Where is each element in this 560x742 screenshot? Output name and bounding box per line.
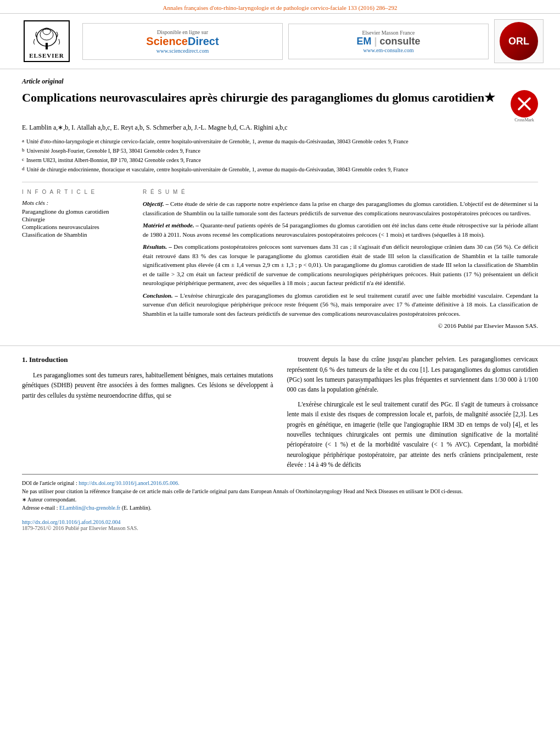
info-article-title: I N F O A R T I C L E	[22, 189, 132, 195]
journal-bar: Annales françaises d'oto-rhino-laryngolo…	[0, 0, 560, 14]
footnote-doi: DOI de l'article original : http://dx.do…	[22, 479, 538, 487]
crossmark-badge	[511, 90, 538, 118]
em-brand: EM | consulte	[294, 36, 483, 47]
resume-col: R É S U M É Objectif. – Cette étude de s…	[143, 189, 538, 329]
resume-copyright: © 2016 Publié par Elsevier Masson SAS.	[143, 322, 538, 329]
body-left-col: 1. Introduction Les paragangliomes sont …	[22, 354, 273, 474]
footnote-corresp: ∗ Auteur correspondant.	[22, 495, 538, 504]
mots-cles-label: Mots clés :	[22, 199, 132, 206]
article-title: Complications neurovasculaires après chi…	[22, 90, 505, 106]
footnote-email-link[interactable]: ELamblin@chu-grenoble.fr	[59, 505, 120, 511]
emconsulte-box: Elsevier Masson France EM | consulte www…	[288, 24, 489, 59]
authors-line: E. Lamblin a,∗,b, I. Atallah a,b,c, E. R…	[22, 122, 538, 133]
resume-conclusion: Conclusion. – L'exérèse chirurgicale des…	[143, 291, 538, 319]
keyword-2: Chirurgie	[22, 216, 132, 222]
sciencedirect-url[interactable]: www.sciencedirect.com	[88, 48, 277, 54]
resume-title: R É S U M É	[143, 189, 538, 195]
info-article-col: I N F O A R T I C L E Mots clés : Paraga…	[22, 189, 132, 329]
affiliations: aUnité d'oto-rhino-laryngologie et chiru…	[22, 137, 538, 174]
footnote-star: Ne pas utiliser pour citation la référen…	[22, 487, 538, 495]
elsevier-masson-label: Elsevier Masson France	[294, 30, 483, 36]
intro-para3: L'exérèse chirurgicale est le seul trait…	[287, 399, 539, 470]
header-logos: ELSEVIER Disponible en ligne sur Science…	[0, 14, 560, 69]
crossmark-label: CrossMark	[511, 118, 538, 122]
resume-materiel: Matériel et méthode. – Quarante-neuf pat…	[143, 221, 538, 239]
orl-circle-icon: ORL	[500, 22, 538, 60]
resume-objectif: Objectif. – Cette étude de série de cas …	[143, 199, 538, 217]
article-content: Article original Complications neurovasc…	[0, 69, 560, 337]
body-section: 1. Introduction Les paragangliomes sont …	[0, 354, 560, 474]
crossmark-area: CrossMark	[511, 90, 538, 122]
intro-para2: trouvent depuis la base du crâne jusqu'a…	[287, 354, 539, 395]
resume-resultats: Résultats. – Des complications postopéra…	[143, 242, 538, 288]
keyword-4: Classification de Shamblin	[22, 231, 132, 238]
elsevier-label: ELSEVIER	[29, 52, 64, 59]
keyword-1: Paraganglione du glomus carotidien	[22, 208, 132, 215]
orl-logo: ORL	[494, 19, 544, 63]
available-online-text: Disponible en ligne sur	[88, 29, 277, 35]
footnote-area: DOI de l'article original : http://dx.do…	[22, 474, 538, 516]
emconsulte-url[interactable]: www.em-consulte.com	[294, 47, 483, 53]
intro-para1: Les paragangliomes sont des tumeurs rare…	[22, 370, 273, 400]
info-resume-section: I N F O A R T I C L E Mots clés : Paraga…	[22, 182, 538, 329]
elsevier-logo: ELSEVIER	[16, 20, 77, 62]
body-right-col: trouvent depuis la base du crâne jusqu'a…	[287, 354, 539, 474]
sciencedirect-brand: ScienceDirect	[88, 35, 277, 48]
footnote-doi-link[interactable]: http://dx.doi.org/10.1016/j.anorl.2016.0…	[79, 480, 180, 486]
keyword-3: Complications neurovasculaires	[22, 224, 132, 230]
bottom-doi[interactable]: http://dx.doi.org/10.1016/j.aforl.2016.0…	[0, 516, 560, 525]
article-type: Article original	[22, 77, 538, 86]
intro-title: 1. Introduction	[22, 354, 273, 366]
bottom-issn: 1879-7261/© 2016 Publié par Elsevier Mas…	[0, 525, 560, 537]
sciencedirect-box: Disponible en ligne sur ScienceDirect ww…	[82, 23, 283, 60]
footnote-email: Adresse e-mail : ELamblin@chu-grenoble.f…	[22, 504, 538, 512]
